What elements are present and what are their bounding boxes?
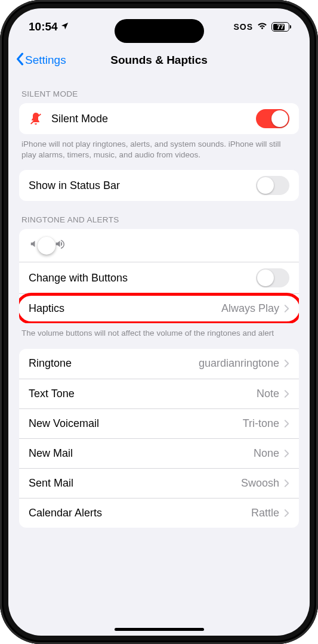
ringtone-row[interactable]: Ringtone guardianringtone <box>19 349 299 379</box>
chevron-right-icon <box>284 419 289 428</box>
wifi-icon <box>257 20 268 34</box>
back-button[interactable]: Settings <box>16 52 66 69</box>
change-with-buttons-label: Change with Buttons <box>29 272 256 284</box>
chevron-right-icon <box>284 479 289 488</box>
status-time: 10:54 <box>29 20 58 33</box>
haptics-value: Always Play <box>221 302 279 315</box>
chevron-right-icon <box>284 389 289 398</box>
chevron-right-icon <box>284 359 289 368</box>
sos-indicator: SOS <box>233 22 253 32</box>
show-status-bar-toggle[interactable] <box>256 176 289 195</box>
silent-footer: iPhone will not play ringtones, alerts, … <box>19 134 299 160</box>
haptics-row[interactable]: Haptics Always Play <box>19 293 299 323</box>
battery-icon: 77 <box>271 22 289 32</box>
calendar-alerts-row[interactable]: Calendar Alerts Rattle <box>19 498 299 528</box>
ringtone-footer: The volume buttons will not affect the v… <box>19 323 299 339</box>
change-with-buttons-toggle[interactable] <box>256 268 289 287</box>
show-status-bar-row[interactable]: Show in Status Bar <box>19 170 299 201</box>
text-tone-row[interactable]: Text Tone Note <box>19 379 299 408</box>
sent-mail-row[interactable]: Sent Mail Swoosh <box>19 468 299 498</box>
location-arrow-icon <box>60 20 69 33</box>
section-header-ringtone: RINGTONE AND ALERTS <box>19 201 299 229</box>
home-indicator[interactable] <box>115 628 204 631</box>
volume-slider-row[interactable] <box>19 229 299 262</box>
show-status-bar-label: Show in Status Bar <box>29 179 256 192</box>
haptics-label: Haptics <box>29 302 221 315</box>
silent-mode-label: Silent Mode <box>51 113 256 125</box>
chevron-right-icon <box>284 304 289 313</box>
silent-mode-row[interactable]: Silent Mode <box>19 103 299 134</box>
chevron-right-icon <box>284 449 289 458</box>
nav-bar: Settings Sounds & Haptics <box>8 45 310 75</box>
bell-slash-icon <box>29 112 43 126</box>
new-mail-row[interactable]: New Mail None <box>19 438 299 468</box>
silent-mode-toggle[interactable] <box>256 109 289 128</box>
chevron-right-icon <box>284 509 289 518</box>
new-voicemail-row[interactable]: New Voicemail Tri-tone <box>19 408 299 438</box>
chevron-left-icon <box>16 52 24 69</box>
change-with-buttons-row[interactable]: Change with Buttons <box>19 262 299 293</box>
section-header-silent: SILENT MODE <box>19 75 299 103</box>
